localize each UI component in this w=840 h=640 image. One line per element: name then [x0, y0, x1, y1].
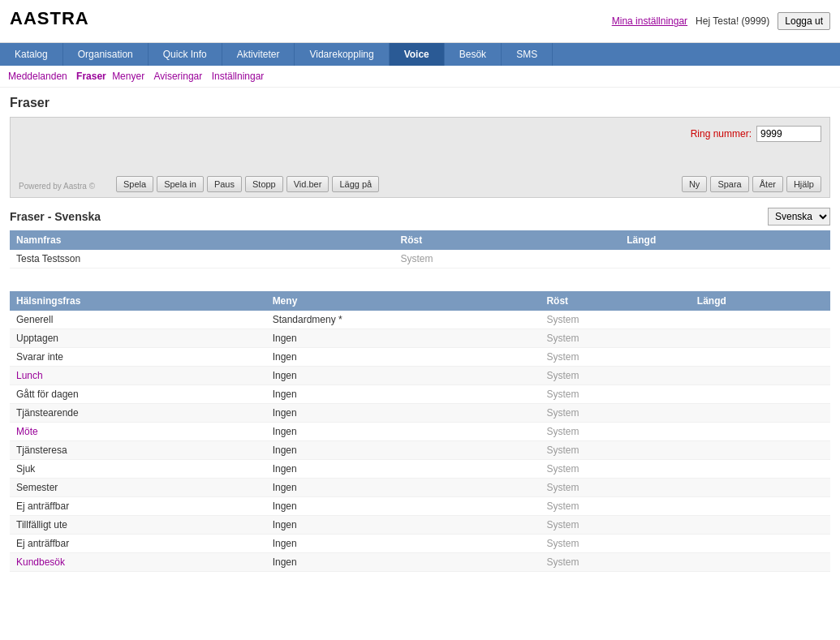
ater-button[interactable]: Åter: [752, 176, 783, 192]
halsningsfras-langd-cell: [691, 329, 830, 348]
tab-organisation[interactable]: Organisation: [63, 43, 149, 66]
halsningsfras-cell[interactable]: Tjänsteresa: [10, 441, 266, 460]
stopp-button[interactable]: Stopp: [245, 176, 283, 192]
spela-button[interactable]: Spela: [116, 176, 153, 192]
ring-nummer-label: Ring nummer:: [691, 128, 752, 140]
hjalp-button[interactable]: Hjälp: [786, 176, 821, 192]
halsningsfras-meny-cell: Ingen: [266, 348, 541, 367]
breadcrumb-installningar[interactable]: Inställningar: [212, 71, 265, 82]
halsningsfras-rost-header: Röst: [540, 291, 690, 311]
halsningsfras-langd-cell: [691, 553, 830, 572]
powered-by-text: Powered by Aastra ©: [19, 182, 95, 191]
table-row: MöteIngenSystem: [10, 423, 830, 441]
hej-user-text: Hej Testa! (9999): [696, 15, 769, 27]
table-row: KundbesökIngenSystem: [10, 553, 830, 572]
spara-button[interactable]: Spara: [710, 176, 748, 192]
halsningsfras-meny-cell: Ingen: [266, 460, 541, 479]
breadcrumb-fraser[interactable]: Fraser: [76, 71, 106, 82]
halsningsfras-langd-cell: [691, 367, 830, 385]
breadcrumb-meddelanden[interactable]: Meddelanden: [8, 71, 67, 82]
page-title: Fraser: [10, 96, 830, 110]
halsningsfras-rost-cell: System: [540, 367, 690, 385]
halsningsfras-cell[interactable]: Upptagen: [10, 329, 266, 348]
fraser-section-title: Fraser - Svenska: [10, 210, 101, 223]
halsningsfras-cell[interactable]: Ej anträffbar: [10, 497, 266, 516]
halsningsfras-cell[interactable]: Generell: [10, 311, 266, 329]
namnfras-table: Namnfras Röst Längd Testa Testsson Syste…: [10, 230, 830, 278]
halsningsfras-cell[interactable]: Tillfälligt ute: [10, 516, 266, 535]
fraser-header-row: Fraser - Svenska Svenska English Norsk D…: [10, 208, 830, 226]
halsningsfras-rost-cell: System: [540, 404, 690, 423]
halsningsfras-langd-cell: [691, 516, 830, 535]
vid-ber-button[interactable]: Vid.ber: [286, 176, 330, 192]
ring-nummer-input[interactable]: [756, 126, 821, 142]
halsningsfras-cell[interactable]: Gått för dagen: [10, 385, 266, 404]
halsningsfras-col-header: Hälsningsfras: [10, 291, 266, 311]
halsningsfras-meny-header: Meny: [266, 291, 541, 311]
fraser-section: Fraser - Svenska Svenska English Norsk D…: [10, 208, 830, 572]
halsningsfras-meny-cell: Standardmeny *: [266, 311, 541, 329]
tab-vidarekoppling[interactable]: Vidarekoppling: [295, 43, 389, 66]
table-row: TjänstearendeIngenSystem: [10, 404, 830, 423]
table-row: Ej anträffbarIngenSystem: [10, 535, 830, 553]
mina-installningar-link[interactable]: Mina inställningar: [612, 15, 687, 27]
ny-button[interactable]: Ny: [682, 176, 707, 192]
player-area: Ring nummer: Powered by Aastra © Spela S…: [10, 117, 830, 198]
halsningsfras-langd-cell: [691, 311, 830, 329]
spela-in-button[interactable]: Spela in: [157, 176, 204, 192]
table-row: Tillfälligt uteIngenSystem: [10, 516, 830, 535]
halsningsfras-rost-cell: System: [540, 497, 690, 516]
tab-aktiviteter[interactable]: Aktiviteter: [222, 43, 295, 66]
logo: AASTRA: [10, 6, 99, 36]
halsningsfras-cell[interactable]: Sjuk: [10, 460, 266, 479]
halsningsfras-meny-cell: Ingen: [266, 423, 541, 441]
table-row: Gått för dagenIngenSystem: [10, 385, 830, 404]
svg-text:AASTRA: AASTRA: [10, 8, 89, 28]
namnfras-rost-header: Röst: [394, 230, 621, 250]
breadcrumb-aviseringar[interactable]: Aviseringar: [153, 71, 202, 82]
lagg-pa-button[interactable]: Lägg på: [332, 176, 379, 192]
language-select[interactable]: Svenska English Norsk Dansk: [768, 208, 830, 226]
namnfras-langd-header: Längd: [620, 230, 830, 250]
halsningsfras-rost-cell: System: [540, 329, 690, 348]
logo-area: AASTRA: [10, 6, 99, 36]
halsningsfras-cell[interactable]: Svarar inte: [10, 348, 266, 367]
halsningsfras-langd-cell: [691, 460, 830, 479]
namnfras-rost-cell: System: [394, 250, 621, 268]
table-row: Svarar inteIngenSystem: [10, 348, 830, 367]
halsningsfras-cell[interactable]: Lunch: [10, 367, 266, 385]
halsningsfras-cell[interactable]: Semester: [10, 479, 266, 497]
halsningsfras-cell[interactable]: Möte: [10, 423, 266, 441]
tab-voice[interactable]: Voice: [390, 43, 445, 66]
halsningsfras-rost-cell: System: [540, 311, 690, 329]
namnfras-col-header: Namnfras: [10, 230, 394, 250]
halsningsfras-langd-cell: [691, 497, 830, 516]
halsningsfras-meny-cell: Ingen: [266, 479, 541, 497]
breadcrumb-menyer[interactable]: Menyer: [112, 71, 144, 82]
tab-quick-info[interactable]: Quick Info: [149, 43, 222, 66]
halsningsfras-meny-cell: Ingen: [266, 535, 541, 553]
player-controls-left: Spela Spela in Paus Stopp Vid.ber Lägg p…: [116, 176, 379, 192]
halsningsfras-meny-cell: Ingen: [266, 385, 541, 404]
tab-katalog[interactable]: Katalog: [0, 43, 63, 66]
halsningsfras-meny-cell: Ingen: [266, 329, 541, 348]
table-row: SjukIngenSystem: [10, 460, 830, 479]
halsningsfras-rost-cell: System: [540, 553, 690, 572]
paus-button[interactable]: Paus: [207, 176, 242, 192]
tab-besok[interactable]: Besök: [445, 43, 502, 66]
halsningsfras-cell[interactable]: Tjänstearende: [10, 404, 266, 423]
ring-nummer-row: Ring nummer:: [19, 126, 821, 142]
halsningsfras-rost-cell: System: [540, 516, 690, 535]
halsningsfras-cell[interactable]: Ej anträffbar: [10, 535, 266, 553]
halsningsfras-langd-cell: [691, 441, 830, 460]
main-content: Fraser Ring nummer: Powered by Aastra © …: [0, 88, 840, 593]
halsningsfras-meny-cell: Ingen: [266, 404, 541, 423]
table-row: Ej anträffbarIngenSystem: [10, 497, 830, 516]
table-row: UpptagenIngenSystem: [10, 329, 830, 348]
namnfras-cell[interactable]: Testa Testsson: [10, 250, 394, 268]
namnfras-langd-cell: [620, 250, 830, 268]
halsningsfras-meny-cell: Ingen: [266, 553, 541, 572]
halsningsfras-cell[interactable]: Kundbesök: [10, 553, 266, 572]
tab-sms[interactable]: SMS: [502, 43, 553, 66]
logga-ut-button[interactable]: Logga ut: [778, 12, 830, 30]
